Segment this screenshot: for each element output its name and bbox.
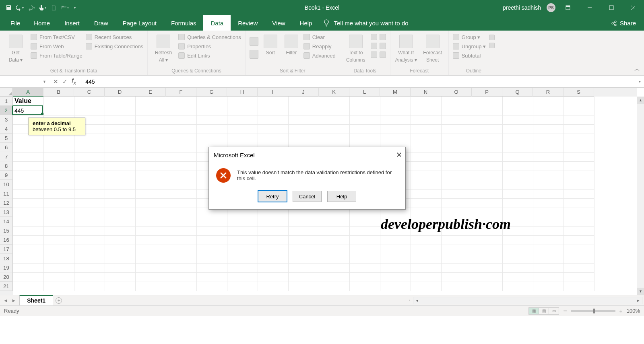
row-header[interactable]: 16 (0, 235, 13, 245)
row-header[interactable]: 15 (0, 226, 13, 235)
maximize-icon[interactable] (602, 0, 621, 15)
queries-connections-button[interactable]: Queries & Connections (178, 33, 241, 41)
row-header[interactable]: 4 (0, 124, 13, 134)
clear-button[interactable]: Clear (303, 33, 336, 41)
scroll-left-icon[interactable]: ◄ (413, 299, 421, 303)
new-icon[interactable] (49, 3, 59, 12)
qat-customize-icon[interactable]: ▼ (73, 6, 76, 10)
advanced-button[interactable]: Advanced (303, 51, 336, 60)
tab-view[interactable]: View (265, 15, 292, 31)
new-sheet-button[interactable]: + (53, 295, 64, 305)
sort-asc-icon[interactable] (250, 37, 258, 46)
enter-formula-icon[interactable]: ✓ (62, 78, 68, 85)
vertical-scrollbar[interactable]: ▲ ▼ (637, 97, 644, 295)
column-header[interactable]: P (472, 88, 502, 97)
refresh-all-button[interactable]: RefreshAll ▾ (152, 33, 175, 63)
row-header[interactable]: 19 (0, 263, 13, 272)
fx-icon[interactable]: fx (72, 77, 76, 86)
zoom-in-icon[interactable]: + (619, 308, 623, 314)
column-header[interactable]: H (227, 88, 258, 97)
row-header[interactable]: 3 (0, 115, 13, 124)
tab-file[interactable]: File (4, 15, 27, 31)
tab-formulas[interactable]: Formulas (164, 15, 204, 31)
tab-draw[interactable]: Draw (87, 15, 116, 31)
column-header[interactable]: G (196, 88, 227, 97)
hide-detail-icon[interactable] (489, 43, 495, 48)
ungroup-button[interactable]: Ungroup ▾ (453, 42, 486, 50)
show-detail-icon[interactable] (489, 35, 495, 40)
text-to-columns-button[interactable]: Text toColumns (344, 33, 367, 63)
retry-button[interactable]: Retry (258, 191, 287, 202)
row-header[interactable]: 7 (0, 152, 13, 161)
properties-button[interactable]: Properties (178, 42, 241, 50)
from-text-csv-button[interactable]: From Text/CSV (31, 33, 83, 41)
sort-desc-icon[interactable] (250, 50, 258, 59)
row-header[interactable]: 17 (0, 245, 13, 254)
dialog-title-bar[interactable]: Microsoft Excel ✕ (209, 147, 405, 163)
row-header[interactable]: 18 (0, 254, 13, 263)
from-table-button[interactable]: From Table/Range (31, 51, 83, 60)
name-box[interactable]: ▼ (0, 76, 48, 87)
dialog-close-icon[interactable]: ✕ (396, 150, 402, 159)
sort-button[interactable]: Sort (262, 33, 279, 56)
scroll-right-icon[interactable]: ► (635, 299, 642, 303)
column-header[interactable]: A (13, 88, 43, 97)
data-validation-icon[interactable] (371, 51, 377, 58)
collapse-ribbon-icon[interactable]: ︿ (634, 66, 640, 73)
zoom-level[interactable]: 100% (627, 308, 640, 314)
page-layout-view-icon[interactable]: ▤ (539, 307, 549, 315)
save-icon[interactable] (4, 3, 14, 12)
row-header[interactable]: 9 (0, 171, 13, 180)
help-button[interactable]: Help (327, 191, 356, 202)
open-icon[interactable]: ▼ (60, 3, 70, 12)
horizontal-scrollbar[interactable]: ◄ ► (413, 297, 642, 304)
group-button[interactable]: Group ▾ (453, 33, 486, 41)
tab-home[interactable]: Home (27, 15, 57, 31)
row-header[interactable]: 11 (0, 189, 13, 198)
column-header[interactable]: E (135, 88, 166, 97)
tell-me-search[interactable]: Tell me what you want to do (323, 15, 408, 31)
tab-insert[interactable]: Insert (57, 15, 87, 31)
sheet-split-handle[interactable]: ⋮ (405, 298, 413, 303)
edit-links-button[interactable]: Edit Links (178, 51, 241, 60)
zoom-out-icon[interactable]: − (563, 307, 567, 315)
data-model-icon[interactable] (380, 51, 386, 58)
column-header[interactable]: L (349, 88, 380, 97)
cancel-button[interactable]: Cancel (293, 191, 322, 202)
undo-icon[interactable]: ▼ (15, 3, 25, 12)
column-header[interactable]: B (43, 88, 74, 97)
reapply-button[interactable]: Reapply (303, 42, 336, 50)
row-header[interactable]: 1 (0, 97, 13, 106)
expand-formula-icon[interactable]: ▾ (635, 76, 644, 87)
column-header[interactable]: O (441, 88, 472, 97)
row-header[interactable]: 12 (0, 198, 13, 208)
page-break-view-icon[interactable]: ▭ (549, 307, 559, 315)
close-icon[interactable] (624, 0, 642, 15)
row-header[interactable]: 6 (0, 143, 13, 152)
zoom-slider[interactable] (571, 310, 615, 312)
column-header[interactable]: K (319, 88, 349, 97)
get-data-button[interactable]: GetData ▾ (4, 33, 27, 63)
share-button[interactable]: Share (611, 15, 644, 31)
tab-page-layout[interactable]: Page Layout (116, 15, 164, 31)
flash-fill-icon[interactable] (371, 34, 377, 40)
user-avatar[interactable]: PS (547, 3, 555, 12)
normal-view-icon[interactable]: ▦ (528, 307, 539, 315)
column-header[interactable]: I (258, 88, 288, 97)
ribbon-display-icon[interactable] (559, 0, 577, 15)
row-header[interactable]: 8 (0, 161, 13, 171)
column-header[interactable]: R (533, 88, 564, 97)
row-header[interactable]: 20 (0, 272, 13, 282)
sheet-nav[interactable]: ◄ ► (0, 295, 19, 305)
formula-input[interactable]: 445 (81, 76, 635, 87)
row-header[interactable]: 2 (0, 106, 13, 115)
cancel-formula-icon[interactable]: ✕ (53, 78, 58, 85)
row-header[interactable]: 21 (0, 282, 13, 291)
sheet-tab-active[interactable]: Sheet1 (19, 295, 53, 305)
recent-sources-button[interactable]: Recent Sources (86, 33, 143, 41)
column-header[interactable]: J (288, 88, 319, 97)
filter-button[interactable]: Filter (283, 33, 300, 56)
select-all-button[interactable] (0, 88, 13, 97)
chevron-down-icon[interactable]: ▼ (43, 80, 46, 84)
row-header[interactable]: 5 (0, 134, 13, 143)
